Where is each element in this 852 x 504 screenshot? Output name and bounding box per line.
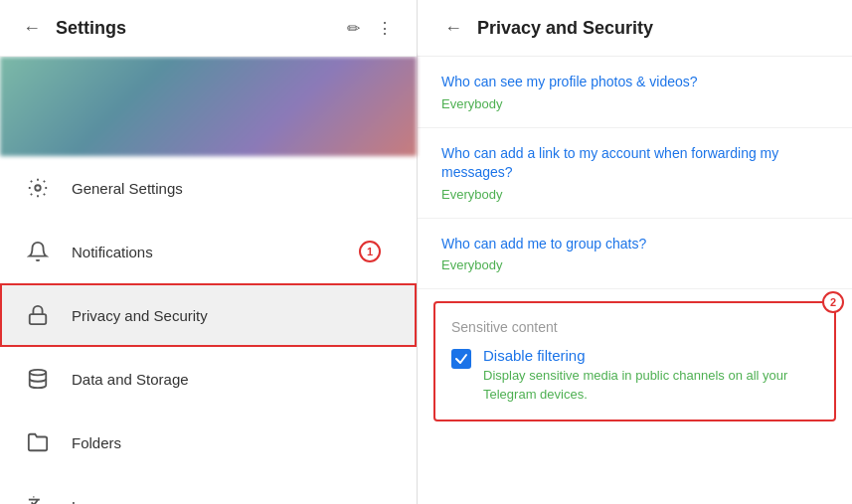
- privacy-security-label: Privacy and Security: [72, 307, 397, 324]
- svg-point-0: [35, 185, 41, 191]
- database-icon: [20, 361, 56, 397]
- notifications-label: Notifications: [72, 244, 375, 260]
- gear-icon: [20, 170, 56, 206]
- menu-list: General Settings Notifications 1 Privacy…: [0, 156, 417, 504]
- right-title: Privacy and Security: [477, 18, 653, 39]
- left-panel: ← Settings ✏ ⋮ General Settings: [0, 0, 418, 504]
- sidebar-item-data[interactable]: Data and Storage: [0, 347, 417, 411]
- translate-icon: [20, 488, 56, 504]
- sensitive-content-text: Disable filtering Display sensitive medi…: [483, 347, 818, 403]
- sidebar-item-general[interactable]: General Settings: [0, 156, 417, 220]
- svg-point-2: [30, 370, 47, 376]
- sidebar-item-language[interactable]: Language: [0, 474, 417, 504]
- profile-photos-question: Who can see my profile photos & videos?: [441, 73, 828, 92]
- svg-rect-1: [30, 314, 47, 324]
- sidebar-item-privacy[interactable]: Privacy and Security: [0, 283, 417, 347]
- privacy-item-forwarding[interactable]: Who can add a link to my account when fo…: [418, 128, 852, 219]
- forwarding-answer: Everybody: [441, 187, 828, 202]
- more-button[interactable]: ⋮: [369, 12, 401, 44]
- privacy-item-profile-photos[interactable]: Who can see my profile photos & videos? …: [418, 57, 852, 128]
- left-back-button[interactable]: ←: [16, 12, 48, 44]
- right-header: ← Privacy and Security: [418, 0, 852, 57]
- folders-label: Folders: [72, 434, 397, 451]
- right-content: Who can see my profile photos & videos? …: [418, 57, 852, 504]
- edit-button[interactable]: ✏: [337, 12, 369, 44]
- sensitive-content-item: Disable filtering Display sensitive medi…: [451, 347, 818, 403]
- profile-banner: [0, 57, 417, 156]
- profile-photos-answer: Everybody: [441, 96, 828, 111]
- sidebar-item-notifications[interactable]: Notifications 1: [0, 220, 417, 283]
- lock-icon: [20, 297, 56, 333]
- forwarding-question: Who can add a link to my account when fo…: [441, 144, 828, 183]
- sidebar-item-folders[interactable]: Folders: [0, 411, 417, 474]
- right-panel: ← Privacy and Security Who can see my pr…: [418, 0, 852, 504]
- annotation-2: 2: [822, 291, 844, 313]
- left-title: Settings: [56, 18, 337, 39]
- bell-icon: [20, 234, 56, 269]
- disable-filtering-desc: Display sensitive media in public channe…: [483, 367, 818, 403]
- general-settings-label: General Settings: [72, 180, 397, 197]
- language-label: Language: [72, 498, 397, 505]
- disable-filtering-label: Disable filtering: [483, 347, 818, 364]
- privacy-item-group-chats[interactable]: Who can add me to group chats? Everybody: [418, 219, 852, 290]
- notification-annotation-badge: 1: [359, 241, 381, 262]
- group-chats-question: Who can add me to group chats?: [441, 235, 828, 254]
- data-storage-label: Data and Storage: [72, 371, 397, 388]
- group-chats-answer: Everybody: [441, 257, 828, 272]
- right-back-button[interactable]: ←: [437, 12, 469, 44]
- left-header: ← Settings ✏ ⋮: [0, 0, 417, 57]
- sensitive-content-title: Sensitive content: [451, 319, 818, 335]
- disable-filtering-checkbox[interactable]: [451, 349, 471, 369]
- sensitive-content-section: Sensitive content Disable filtering Disp…: [433, 301, 836, 420]
- folder-icon: [20, 424, 56, 460]
